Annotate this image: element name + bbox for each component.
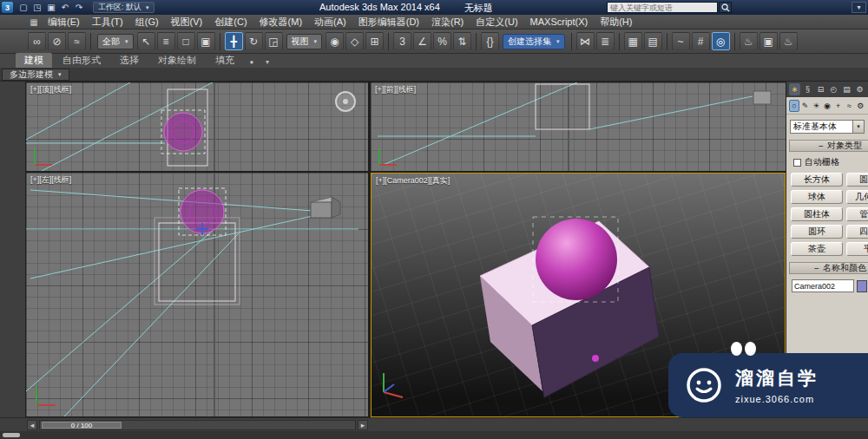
bind-to-space-warp-icon[interactable]: ≈ [68,32,86,50]
selection-region-icon[interactable]: □ [177,32,195,50]
spinner-snap-icon[interactable]: ⇅ [453,32,471,50]
viewport-camera-label[interactable]: [+][Camera002][真实] [376,175,450,187]
select-by-name-icon[interactable]: ≡ [157,32,175,50]
timeline-prev-arrow[interactable]: ◂ [27,420,37,430]
named-selection-sets-dropdown[interactable]: 创建选择集 ▾ [503,34,565,49]
autogrid-checkbox[interactable] [793,159,801,167]
app-icon[interactable]: 3 [2,2,13,13]
menu-animation[interactable]: 动画(A) [308,16,352,29]
new-scene-icon[interactable]: ▢ [16,1,30,14]
render-production-icon[interactable]: ♨ [779,32,798,50]
motion-tab-icon[interactable]: ◴ [828,83,839,95]
viewport-top-label[interactable]: [+][顶][线框] [30,84,71,95]
edit-named-selection-sets-icon[interactable]: {} [481,32,499,50]
helpers-category-icon[interactable]: + [833,100,844,112]
timeline-next-arrow[interactable]: ▸ [358,420,368,430]
object-color-swatch[interactable] [857,280,867,292]
menu-create[interactable]: 创建(C) [208,16,253,29]
box-button[interactable]: 长方体 [791,173,843,187]
select-and-scale-icon[interactable]: ◲ [265,32,283,50]
rendered-frame-window-icon[interactable]: ▣ [760,32,778,50]
cylinder-button[interactable]: 圆柱体 [791,207,843,221]
object-name-field[interactable] [792,279,854,292]
menu-views[interactable]: 视图(V) [165,16,209,29]
layer-manager-icon[interactable]: ▦ [624,32,642,50]
sphere-button[interactable]: 球体 [791,190,843,204]
viewport-left[interactable]: [+][左][线框] [26,173,368,416]
window-crossing-icon[interactable]: ▣ [197,32,215,50]
menu-tools[interactable]: 工具(T) [86,16,129,29]
ribbon-tab-selection[interactable]: 选择 [111,53,148,68]
display-tab-icon[interactable]: ▤ [841,83,852,95]
use-pivot-center-icon[interactable]: ◉ [326,32,344,50]
workspace-dropdown[interactable]: 工作区: 默认 ▾ [93,2,155,13]
select-and-manipulate-icon[interactable]: ◇ [345,32,364,50]
name-color-rollout[interactable]: − 名称和颜色 [789,262,868,274]
menu-modifiers[interactable]: 修改器(M) [253,16,309,29]
reference-coordinate-dropdown[interactable]: 视图 ▾ [286,34,323,49]
geosphere-button[interactable]: 几何球体 [846,190,868,204]
select-and-link-icon[interactable]: ∞ [28,32,46,50]
menu-help[interactable]: 帮助(H) [594,16,638,29]
lights-category-icon[interactable]: ☀ [811,100,821,112]
unlink-selection-icon[interactable]: ⊘ [48,32,66,50]
titlebar-menu-button[interactable]: ▾ [852,2,866,13]
space-warps-category-icon[interactable]: ≈ [845,100,855,112]
menu-maxscript[interactable]: MAXScript(X) [524,16,595,27]
hierarchy-tab-icon[interactable]: ⊟ [815,83,826,95]
tube-button[interactable]: 管状体 [846,207,868,221]
plane-button[interactable]: 平面 [846,242,868,256]
select-and-rotate-icon[interactable]: ↻ [245,32,263,50]
utilities-tab-icon[interactable]: ⚙ [854,83,865,95]
shapes-category-icon[interactable]: ✎ [800,100,811,112]
align-icon[interactable]: ≣ [596,32,615,50]
pyramid-button[interactable]: 四棱锥 [846,225,868,239]
undo-icon[interactable]: ↶ [58,1,72,14]
angle-snap-icon[interactable]: ∠ [413,32,431,50]
cone-button[interactable]: 圆锥体 [846,173,868,187]
menu-customize[interactable]: 自定义(U) [470,16,523,29]
selection-filter-dropdown[interactable]: 全部 ▾ [97,34,134,49]
torus-button[interactable]: 圆环 [791,225,843,239]
polygon-modeling-tab[interactable]: 多边形建模 ▾ [2,69,69,81]
percent-snap-icon[interactable]: % [433,32,451,50]
ribbon-tab-modeling[interactable]: 建模 [16,53,52,68]
select-and-move-icon[interactable]: ╋ [225,32,243,50]
select-object-icon[interactable]: ↖ [137,32,155,50]
keyboard-override-icon[interactable]: ⊞ [365,32,384,50]
geometry-category-icon[interactable]: ○ [789,100,799,112]
search-icon[interactable] [719,2,732,13]
menu-edit[interactable]: 编辑(E) [42,16,86,29]
modify-tab-icon[interactable]: § [802,83,813,95]
viewport-front-label[interactable]: [+][前][线框] [375,84,416,95]
material-editor-icon[interactable]: ◎ [712,32,730,50]
create-tab-icon[interactable]: ∗ [789,83,800,95]
ribbon-tab-object-paint[interactable]: 对象绘制 [149,53,205,68]
cameras-category-icon[interactable]: ◉ [822,100,832,112]
object-type-rollout[interactable]: − 对象类型 [789,140,868,152]
menu-group[interactable]: 组(G) [129,16,165,29]
mirror-icon[interactable]: ⋈ [576,32,595,50]
search-input[interactable] [607,2,718,13]
save-file-icon[interactable]: ▣ [44,1,58,14]
ribbon-pin-icon[interactable]: ● [245,58,259,68]
redo-icon[interactable]: ↷ [72,1,86,14]
open-file-icon[interactable]: ◳ [30,1,44,14]
viewport-left-label[interactable]: [+][左][线框] [30,174,71,186]
snap-toggle-icon[interactable]: 3 [393,32,411,50]
systems-category-icon[interactable]: ⚙ [855,100,865,112]
status-icon[interactable] [3,433,20,437]
ribbon-minimize-icon[interactable]: ▾ [260,58,274,68]
viewport-front[interactable]: [+][前][线框] [371,82,786,171]
ribbon-tab-freeform[interactable]: 自由形式 [54,53,109,68]
viewport-top[interactable]: [+][顶][线框] [26,82,368,171]
ribbon-tab-populate[interactable]: 填充 [207,53,243,68]
menu-graph-editors[interactable]: 图形编辑器(D) [352,16,425,29]
app-menu-icon[interactable]: ▦ [26,17,42,27]
timeline-slider[interactable]: 0 / 100 [42,422,122,429]
primitive-type-dropdown[interactable]: 标准基本体 ▾ [790,120,865,134]
schematic-view-icon[interactable]: # [692,32,710,50]
menu-rendering[interactable]: 渲染(R) [425,16,470,29]
timeline-track[interactable]: 0 / 100 [39,420,356,430]
curve-editor-icon[interactable]: ~ [672,32,690,50]
